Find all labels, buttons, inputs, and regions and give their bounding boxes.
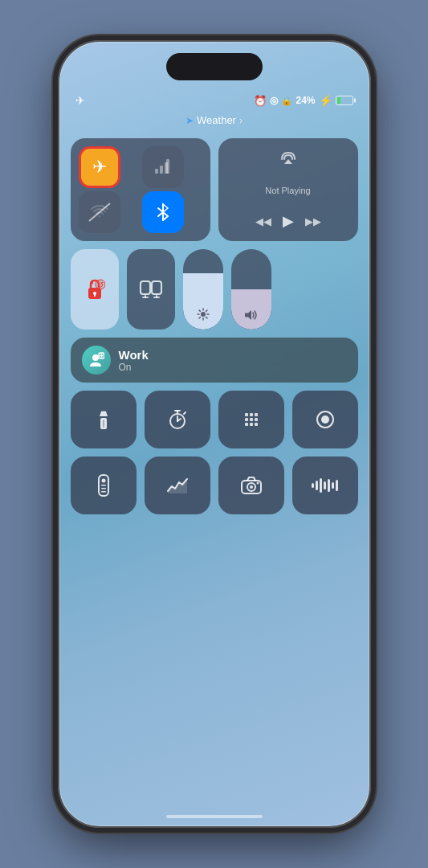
airplane-mode-status-icon: ✈ (75, 94, 85, 107)
dynamic-island (166, 53, 263, 80)
brightness-slider[interactable] (183, 249, 223, 330)
calculator-button[interactable] (218, 391, 284, 448)
focus-status-label: On (119, 362, 149, 373)
now-playing-widget[interactable]: Not Playing ◀◀ ▶ ▶▶ (218, 138, 358, 241)
weather-widget[interactable]: ➤ Weather › (59, 114, 369, 126)
brightness-icon (197, 308, 210, 323)
weather-label: Weather (197, 114, 236, 126)
svg-point-14 (201, 312, 206, 317)
wifi-off-icon (79, 191, 120, 233)
airplay-icon (280, 149, 296, 168)
svg-line-20 (206, 317, 207, 319)
flashlight-icon (96, 408, 111, 431)
calculator-icon (245, 413, 258, 426)
airplane-mode-button[interactable]: ✈ (79, 146, 120, 188)
play-button[interactable]: ▶ (283, 212, 294, 230)
airplay-svg (280, 149, 296, 164)
screen-mirror-icon (140, 280, 162, 298)
status-right: ⏰ ◎ 🔒 24% ⚡ (254, 94, 353, 107)
svg-point-23 (92, 354, 99, 361)
person-badge-icon (88, 352, 104, 368)
screen-mirror-button[interactable] (127, 249, 175, 330)
bluetooth-button[interactable] (142, 191, 184, 233)
weather-chevron: › (239, 115, 243, 126)
screen-lock-icon: ↺ (84, 277, 105, 301)
timer-button[interactable] (145, 391, 210, 448)
sound-recognition-button[interactable] (292, 457, 358, 514)
focus-row: Work On (71, 338, 358, 383)
screen-record-button[interactable] (292, 391, 358, 448)
battery-icon (336, 96, 353, 105)
svg-line-22 (199, 317, 201, 319)
svg-line-19 (199, 310, 201, 312)
focus-button[interactable]: Work On (71, 338, 358, 383)
focus-icon (82, 346, 111, 375)
svg-point-36 (321, 416, 329, 424)
svg-rect-3 (166, 159, 169, 174)
timer-icon (167, 409, 188, 430)
status-left: ✈ (75, 94, 85, 107)
lock-icon: 🔒 (281, 96, 292, 106)
svg-point-44 (250, 485, 253, 489)
now-playing-status: Not Playing (265, 186, 310, 195)
phone-frame: ✈ ⏰ ◎ 🔒 24% ⚡ ➤ Weather › ✈ (58, 40, 371, 828)
volume-icon (244, 309, 259, 323)
network-grid: ✈ (71, 138, 210, 241)
svg-rect-9 (152, 281, 161, 294)
focus-text: Work On (119, 348, 149, 373)
svg-line-34 (184, 412, 185, 414)
sun-icon (197, 308, 210, 321)
speaker-icon (244, 309, 259, 321)
remote-icon (97, 474, 110, 497)
weather-location-icon: ➤ (185, 115, 194, 126)
control-center: ✈ (71, 138, 358, 778)
volume-slider[interactable] (231, 249, 271, 330)
network-row: ✈ (71, 138, 358, 241)
battery-fill (337, 97, 341, 104)
screen-lock-button[interactable]: ↺ (71, 249, 119, 330)
cellular-button[interactable] (142, 146, 184, 188)
svg-line-21 (206, 310, 207, 312)
utility-row-1 (71, 391, 358, 448)
svg-rect-41 (101, 491, 106, 493)
location-icon: ◎ (270, 95, 278, 106)
svg-point-38 (101, 479, 105, 483)
airplane-icon: ✈ (92, 157, 107, 178)
waveform-icon (312, 477, 338, 493)
flashlight-button[interactable] (71, 391, 137, 448)
battery-percentage: 24% (296, 95, 315, 106)
alarm-icon: ⏰ (254, 95, 267, 107)
stocks-button[interactable] (145, 457, 210, 514)
bluetooth-icon (156, 203, 170, 222)
svg-point-45 (256, 482, 259, 485)
svg-text:↺: ↺ (97, 280, 104, 289)
home-indicator (166, 815, 263, 818)
rewind-button[interactable]: ◀◀ (255, 215, 271, 227)
screen-record-icon (316, 410, 335, 429)
cellular-icon (153, 158, 173, 177)
controls-row-2: ↺ (71, 249, 358, 330)
media-controls: ◀◀ ▶ ▶▶ (255, 212, 321, 230)
wifi-button[interactable] (79, 191, 120, 233)
status-bar: ✈ ⏰ ◎ 🔒 24% ⚡ (59, 88, 369, 113)
volume-control[interactable] (231, 249, 271, 330)
svg-rect-0 (155, 169, 158, 174)
svg-rect-39 (101, 485, 106, 486)
utility-row-2 (71, 457, 358, 514)
svg-rect-40 (101, 488, 106, 489)
charging-icon: ⚡ (319, 94, 332, 107)
remote-button[interactable] (71, 457, 137, 514)
camera-button[interactable] (218, 457, 284, 514)
svg-rect-1 (160, 166, 163, 174)
camera-icon (241, 477, 262, 494)
brightness-control[interactable] (183, 249, 223, 330)
svg-rect-8 (141, 281, 150, 294)
fast-forward-button[interactable]: ▶▶ (305, 215, 321, 227)
stocks-icon (167, 477, 188, 494)
focus-mode-label: Work (119, 348, 149, 362)
